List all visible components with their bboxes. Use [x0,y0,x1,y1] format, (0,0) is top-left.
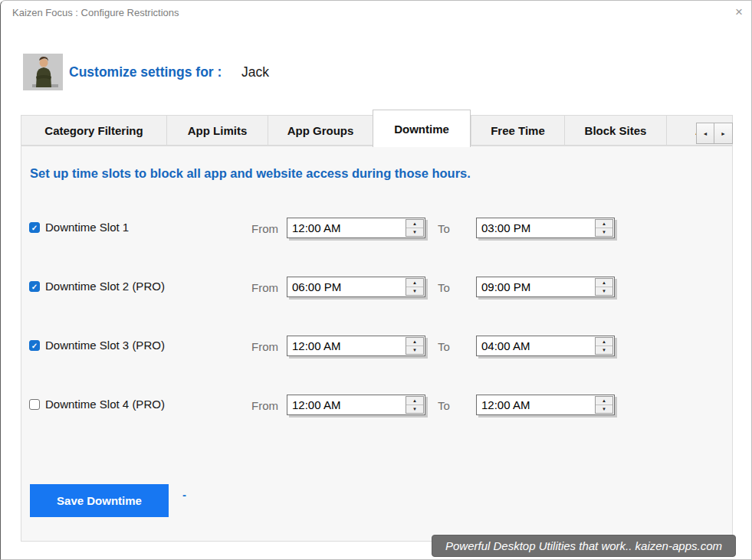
spinner-up-icon[interactable]: ▲ [596,279,612,287]
user-name: Jack [241,64,269,80]
check-icon: ✓ [30,282,39,292]
close-icon[interactable]: × [731,5,747,21]
slot3-to-spinner: ▲ ▼ [595,337,613,355]
from-label: From [251,222,278,235]
tagline-banner: Powerful Desktop Utilities that work.. k… [432,535,736,557]
check-icon: ✓ [30,223,39,233]
slot3-from-value[interactable]: 12:00 AM [287,336,405,355]
from-label: From [251,340,278,353]
spinner-up-icon[interactable]: ▲ [406,397,423,405]
window-title: Kaizen Focus : Configure Restrictions [12,7,179,18]
slot2-from-spinner: ▲ ▼ [406,278,424,296]
from-label: From [251,281,278,294]
avatar [23,54,63,90]
slot2-to-spinner: ▲ ▼ [595,278,613,296]
to-label: To [438,281,450,294]
spinner-down-icon[interactable]: ▼ [596,228,612,236]
scroll-right-icon[interactable]: ► [714,123,733,144]
slot3-from-spinner: ▲ ▼ [406,337,424,355]
slot4-from-input[interactable]: 12:00 AM ▲ ▼ [287,395,425,415]
tab-category-filtering[interactable]: Category Filtering [21,115,166,146]
slot1-to-input[interactable]: 03:00 PM ▲ ▼ [476,218,615,238]
spinner-up-icon[interactable]: ▲ [406,279,423,287]
spinner-up-icon[interactable]: ▲ [596,220,612,228]
slot4-from-spinner: ▲ ▼ [406,396,424,414]
scroll-left-icon[interactable]: ◄ [696,123,714,144]
slot2-from-value[interactable]: 06:00 PM [287,277,405,296]
slot4-from-value[interactable]: 12:00 AM [287,395,405,414]
tab-app-groups[interactable]: App Groups [268,115,373,146]
slot4-checkbox[interactable]: ✓ [29,399,40,410]
tab-app-limits[interactable]: App Limits [166,115,268,146]
to-label: To [438,340,450,353]
slot3-to-input[interactable]: 04:00 AM ▲ ▼ [476,336,615,356]
downtime-slot-row: ✓ Downtime Slot 1 From 12:00 AM ▲ ▼ To 0… [21,218,732,239]
spinner-up-icon[interactable]: ▲ [596,338,612,346]
spinner-up-icon[interactable]: ▲ [596,397,612,405]
tab-block-sites[interactable]: Block Sites [564,115,666,146]
slot1-to-value[interactable]: 03:00 PM [477,218,594,237]
slot4-to-input[interactable]: 12:00 AM ▲ ▼ [476,395,615,415]
spinner-down-icon[interactable]: ▼ [596,287,612,295]
check-icon: ✓ [30,341,39,351]
slot1-from-spinner: ▲ ▼ [406,219,424,237]
avatar-photo [23,54,63,90]
slot1-to-spinner: ▲ ▼ [595,219,613,237]
downtime-slot-row: ✓ Downtime Slot 2 (PRO) From 06:00 PM ▲ … [21,277,732,298]
downtime-panel: Set up time slots to block all app and w… [21,146,733,542]
save-downtime-button[interactable]: Save Downtime [30,484,169,517]
panel-heading: Set up time slots to block all app and w… [30,166,471,181]
tab-downtime[interactable]: Downtime [373,110,471,147]
spinner-down-icon[interactable]: ▼ [406,287,423,295]
slot3-checkbox[interactable]: ✓ [29,340,40,351]
spinner-up-icon[interactable]: ▲ [406,338,423,346]
slot2-from-input[interactable]: 06:00 PM ▲ ▼ [287,277,425,297]
spinner-down-icon[interactable]: ▼ [596,346,612,354]
downtime-slot-row: ✓ Downtime Slot 4 (PRO) From 12:00 AM ▲ … [21,395,732,416]
tab-scroll-buttons: ◄ ► [696,123,733,144]
spinner-down-icon[interactable]: ▼ [406,346,423,354]
spinner-down-icon[interactable]: ▼ [406,228,423,236]
tab-free-time[interactable]: Free Time [471,115,564,146]
spinner-up-icon[interactable]: ▲ [406,220,423,228]
slot3-from-input[interactable]: 12:00 AM ▲ ▼ [287,336,425,356]
spinner-down-icon[interactable]: ▼ [406,405,423,413]
slot3-to-value[interactable]: 04:00 AM [477,336,594,355]
slot4-label: Downtime Slot 4 (PRO) [45,398,165,411]
slot1-from-value[interactable]: 12:00 AM [287,218,405,237]
to-label: To [438,399,450,412]
page-title: Customize settings for : [69,64,222,80]
from-label: From [251,399,278,412]
downtime-slot-row: ✓ Downtime Slot 3 (PRO) From 12:00 AM ▲ … [21,336,732,357]
status-dash: - [182,488,186,501]
slot2-to-value[interactable]: 09:00 PM [477,277,594,296]
slot2-label: Downtime Slot 2 (PRO) [45,280,165,293]
slot1-label: Downtime Slot 1 [45,221,129,234]
tab-strip: Category Filtering App Limits App Groups… [21,115,733,146]
slot4-to-value[interactable]: 12:00 AM [477,395,594,414]
slot1-from-input[interactable]: 12:00 AM ▲ ▼ [287,218,425,238]
slot1-checkbox[interactable]: ✓ [29,222,40,233]
slot4-to-spinner: ▲ ▼ [595,396,613,414]
spinner-down-icon[interactable]: ▼ [596,405,612,413]
to-label: To [438,222,450,235]
slot2-to-input[interactable]: 09:00 PM ▲ ▼ [476,277,615,297]
slot3-label: Downtime Slot 3 (PRO) [45,339,165,352]
slot2-checkbox[interactable]: ✓ [29,281,40,292]
